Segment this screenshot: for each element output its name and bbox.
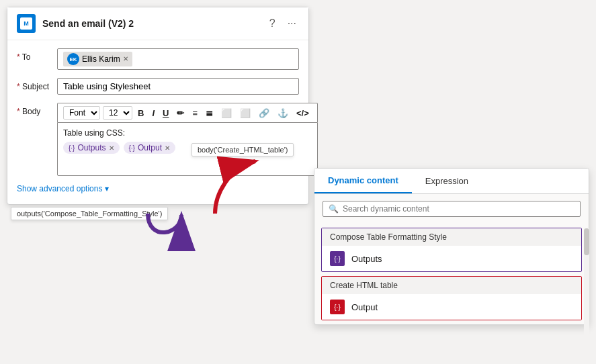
body-text-line: Table using CSS: (63, 128, 312, 138)
recipient-tag: EK Ellis Karim ✕ (63, 52, 132, 66)
card-header: M Send an email (V2) 2 ? ··· (7, 7, 308, 40)
dynamic-content-panel: Dynamic content Expression 🔍 Compose Tab… (314, 168, 589, 325)
more-button[interactable]: ··· (285, 16, 299, 31)
formula-tooltip-body-text: body('Create_HTML_table') (198, 146, 288, 154)
header-left: M Send an email (V2) 2 (17, 14, 134, 33)
html-section-header: Create HTML table (322, 277, 581, 294)
app-icon-symbol: M (24, 20, 29, 27)
outputs-pill-remove[interactable]: ✕ (109, 144, 114, 152)
font-select[interactable]: Font (63, 106, 100, 120)
recipient-remove[interactable]: ✕ (123, 56, 128, 62)
panel-content: Compose Table Formatting Style {·} Outpu… (314, 224, 589, 324)
subject-row: Subject (17, 78, 299, 95)
panel-tabs: Dynamic content Expression (314, 169, 589, 194)
outputs-pill-label: Outputs (77, 143, 105, 152)
formula-tooltip-body: body('Create_HTML_table') (191, 143, 294, 156)
tab-expression[interactable]: Expression (412, 169, 482, 193)
panel-scrollbar-track[interactable] (584, 228, 589, 356)
body-label: Body (17, 103, 57, 116)
compose-section-header: Compose Table Formatting Style (322, 228, 581, 246)
output-pill-icon: {·} (129, 144, 135, 152)
body-toolbar: Font 12 B I U ✏ ≡ ≣ ⬜ ⬜ 🔗 ⚓ </> (57, 103, 318, 122)
app-icon: M (17, 14, 36, 33)
app-icon-inner: M (20, 17, 32, 30)
html-section: Create HTML table {·} Output (321, 276, 582, 320)
output-pill[interactable]: {·} Output ✕ (124, 142, 176, 154)
header-right: ? ··· (267, 16, 299, 31)
to-row: To EK Ellis Karim ✕ (17, 48, 299, 70)
outputs-item-label: Outputs (351, 254, 382, 264)
tab-dynamic-content[interactable]: Dynamic content (314, 169, 412, 193)
chevron-down-icon: ▾ (105, 184, 109, 193)
align-left-button[interactable]: ⬜ (218, 107, 235, 119)
output-pill-remove[interactable]: ✕ (165, 144, 170, 152)
card-title: Send an email (V2) 2 (42, 18, 134, 29)
to-field[interactable]: EK Ellis Karim ✕ (57, 48, 299, 70)
outputs-item[interactable]: {·} Outputs (322, 246, 581, 271)
to-label: To (17, 48, 57, 62)
outputs-item-icon: {·} (330, 251, 345, 266)
search-input[interactable] (343, 204, 574, 214)
subject-label: Subject (17, 78, 57, 91)
output-pill-label: Output (138, 143, 162, 152)
html-section-title: Create HTML table (330, 281, 398, 290)
output-item-label: Output (351, 302, 378, 312)
font-size-select[interactable]: 12 (103, 106, 132, 120)
body-row: Body Font 12 B I U ✏ ≡ ≣ ⬜ (17, 103, 299, 176)
subject-input[interactable] (57, 78, 299, 95)
email-form-card: M Send an email (V2) 2 ? ··· To EK Ellis… (7, 7, 309, 205)
underline-button[interactable]: U (160, 107, 171, 119)
body-field: Font 12 B I U ✏ ≡ ≣ ⬜ ⬜ 🔗 ⚓ </> (57, 103, 318, 176)
outputs-pill-icon: {·} (69, 144, 75, 152)
formula-tooltip-outputs-text: outputs('Compose_Table_Formatting_Style'… (17, 210, 162, 218)
search-box[interactable]: 🔍 (323, 201, 581, 217)
search-icon: 🔍 (329, 204, 339, 214)
output-item[interactable]: {·} Output (322, 294, 581, 320)
compose-section-title: Compose Table Formatting Style (330, 232, 447, 242)
code-button[interactable]: </> (294, 107, 312, 119)
recipient-avatar: EK (67, 53, 79, 65)
ul-button[interactable]: ≡ (189, 107, 200, 119)
align-right-button[interactable]: ⬜ (237, 107, 253, 119)
panel-scrollbar-thumb[interactable] (584, 228, 589, 255)
anchor-button[interactable]: ⚓ (275, 107, 291, 119)
show-advanced-label: Show advanced options (17, 184, 102, 193)
italic-button[interactable]: I (149, 107, 157, 119)
outputs-pill[interactable]: {·} Outputs ✕ (63, 142, 120, 154)
show-advanced-button[interactable]: Show advanced options ▾ (17, 184, 109, 193)
pen-button[interactable]: ✏ (174, 107, 187, 119)
formula-tooltip-outputs: outputs('Compose_Table_Formatting_Style'… (11, 207, 168, 220)
output-item-icon: {·} (330, 300, 345, 314)
help-button[interactable]: ? (267, 16, 278, 31)
bold-button[interactable]: B (135, 107, 146, 119)
ol-button[interactable]: ≣ (203, 107, 216, 119)
subject-field[interactable] (57, 78, 299, 95)
link-button[interactable]: 🔗 (256, 107, 272, 119)
to-input[interactable]: EK Ellis Karim ✕ (57, 48, 299, 70)
recipient-name: Ellis Karim (82, 54, 120, 64)
compose-section: Compose Table Formatting Style {·} Outpu… (321, 228, 582, 272)
card-body: To EK Ellis Karim ✕ Subject Body (7, 40, 308, 204)
